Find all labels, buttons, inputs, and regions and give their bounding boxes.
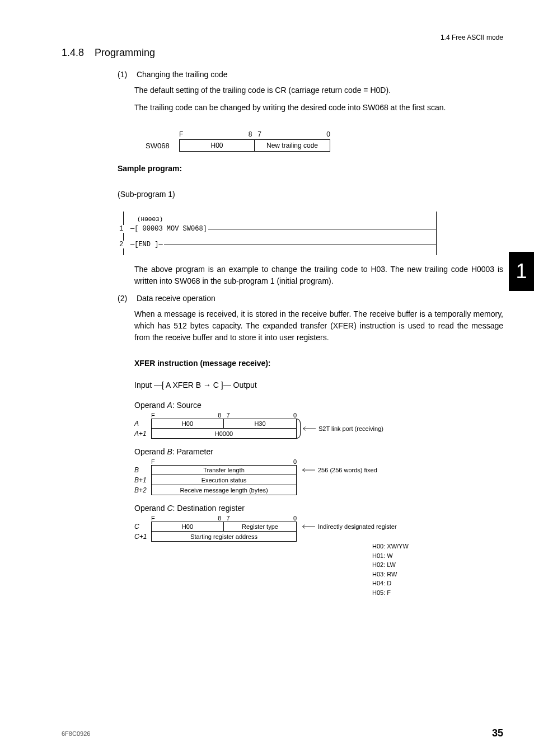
item2-p1: When a message is received, it is stored… [134,308,503,344]
opC-bit0: 0 [291,515,297,522]
opC-type-0: H00: XW/YW [372,542,503,551]
opB-note: 256 (256 words) fixed [318,467,377,473]
opC-rowC1-c: Starting register address [151,532,297,542]
ladder-line1-num: 1 [119,225,130,233]
opC-type-4: H04: D [372,579,503,588]
opB-bitF: F [151,458,157,465]
arrow-left-icon [302,426,316,431]
ladder-line1: —[ 00003 MOV SW068] [130,225,207,233]
xfer-line: Input —[ A XFER B → C ]— Output [134,381,503,389]
opC-type-3: H03: RW [372,570,503,579]
item1-p2: The trailing code can be changed by writ… [134,102,503,114]
breadcrumb: 1.4 Free ASCII mode [62,34,503,41]
sample-sub: (Sub-program 1) [118,189,503,200]
opB-letter: B [167,447,172,456]
operand-a-block: Operand A: Source F 8 7 0 A H00 H30 [134,401,503,439]
opC-rowC-c2: Register type [224,522,297,532]
opB-bit0: 0 [291,458,297,465]
opC-rowC-label: C [134,523,151,530]
opA-rowA-c2: H30 [224,419,297,429]
opA-note: S2T link port (receiving) [318,425,383,432]
section-number: 1.4.8 [62,47,84,59]
opB-rowB1-c: Execution status [151,475,297,485]
item1-p1: The default setting of the trailing code… [134,84,503,96]
arrow-left-icon [301,467,315,473]
ladder-line2-num: 2 [119,241,130,248]
sample-title: Sample program: [118,163,503,175]
bit-label-87: 8 7 [249,130,261,138]
opC-title-pre: Operand [134,504,167,513]
opB-rowB1-label: B+1 [134,476,151,484]
operand-c-block: Operand C: Destination register F 8 7 0 … [134,504,503,597]
section-name: Programming [95,47,155,59]
opA-title-pre: Operand [134,401,167,410]
chapter-tab: 1 [509,252,534,291]
opA-bitF: F [151,412,157,419]
item1-title: Changing the trailing code [137,70,228,79]
ladder-diagram: (H0003) 1 —[ 00003 MOV SW068] 2 —[END ]— [123,212,437,255]
opB-title-post: : Parameter [172,447,213,456]
opC-rowC1-label: C+1 [134,533,151,541]
bit-label-f: F [179,130,183,138]
opA-rowA1-label: A+1 [134,430,151,438]
opC-rowC-c1: H00 [151,522,224,532]
opA-title-post: : Source [172,401,202,410]
opB-rowB2-c: Receive message length (bytes) [151,485,297,495]
footer-page: 35 [492,727,503,739]
opA-bit0: 0 [291,412,297,419]
item2-title: Data receive operation [137,294,216,303]
opB-rowB-c: Transfer length [151,465,297,475]
opB-title-pre: Operand [134,447,167,456]
opA-rowA1-c: H0000 [151,429,297,439]
sw068-cell2: New trailing code [255,139,330,152]
opA-letter: A [167,401,172,410]
opA-bit87: 8 7 [157,412,291,419]
opC-type-1: H01: W [372,551,503,561]
ladder-comment: (H0003) [137,216,436,223]
footer-code: 6F8C0926 [62,730,90,737]
opC-note: Indirectly designated register [318,523,397,530]
opA-rowA-c1: H00 [151,419,224,429]
ladder-line2: —[END ]— [130,241,163,248]
opC-title-post: : Destination register [173,504,245,513]
opC-type-5: H05: F [372,588,503,598]
xfer-title: XFER instruction (message receive): [134,358,503,369]
opB-rowB2-label: B+2 [134,486,151,494]
opC-bit87: 8 7 [157,515,291,522]
opC-letter: C [167,504,172,513]
sw068-diagram: F 8 7 0 SW068 H00 New trailing code [146,130,503,152]
opB-rowB-label: B [134,466,151,474]
footer: 6F8C0926 35 [62,727,503,739]
opA-rowA-label: A [134,420,151,428]
opC-types: H00: XW/YW H01: W H02: LW H03: RW H04: D… [372,542,503,597]
item1-number: (1) [118,70,134,79]
sample-desc: The above program is an example to chang… [134,264,503,287]
sw068-cell1: H00 [179,139,255,152]
item2-number: (2) [118,294,134,303]
arrow-left-icon [301,524,315,529]
section-heading: 1.4.8 Programming [62,47,503,59]
bit-label-0: 0 [326,130,330,138]
sw068-label: SW068 [146,142,179,150]
operand-b-block: Operand B: Parameter F 0 B Transfer leng… [134,447,503,495]
opC-bitF: F [151,515,157,522]
opC-type-2: H02: LW [372,560,503,570]
